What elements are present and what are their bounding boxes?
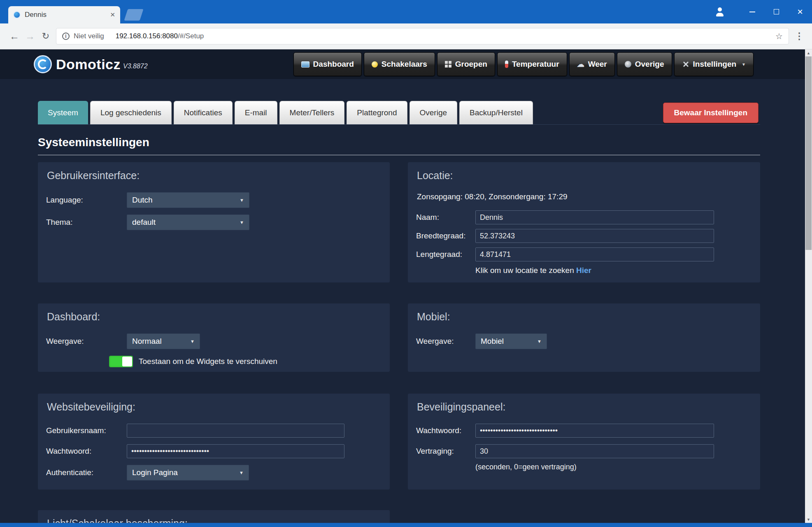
domoticz-logo-icon [34,55,52,73]
nav-groepen[interactable]: Groepen [437,52,495,76]
profile-button[interactable] [707,0,733,23]
tab-email[interactable]: E-mail [235,101,277,124]
back-button[interactable]: ← [7,30,22,42]
nav-weer[interactable]: ☁ Weer [569,52,615,76]
language-label: Language: [46,196,127,205]
toggle-knob [122,357,132,366]
chevron-down-icon: ▼ [239,470,244,475]
chevron-down-icon: ▼ [190,339,195,344]
nav-label: Instellingen [693,60,737,69]
auth-value: Login Pagina [132,468,178,477]
form-row: Gebruikersnaam: [46,424,382,438]
auth-select[interactable]: Login Pagina ▼ [127,465,249,480]
panel-title: Mobiel: [417,311,752,323]
page-title: Systeeminstellingen [38,136,760,149]
panel-title: Licht/Schakelaar bescherming: [47,518,382,523]
chevron-down-icon: ▼ [742,62,746,67]
grid-icon [445,61,451,68]
maximize-button[interactable] [764,0,788,23]
bookmark-star-icon[interactable]: ☆ [775,31,783,41]
locate-text: Klik om uw locatie te zoeken Hier [475,266,591,275]
url-host: 192.168.0.156:8080 [116,32,178,40]
form-row: Breedtegraad: [416,229,752,243]
delay-label: Vertraging: [416,447,475,456]
locate-link[interactable]: Hier [576,266,591,275]
display-value: Normaal [132,337,162,346]
window-controls: ✕ [707,0,812,23]
nav-label: Dashboard [313,60,354,69]
cloud-icon: ☁ [577,61,584,68]
minimize-button[interactable] [740,0,764,23]
version-text: V3.8872 [123,63,148,70]
tab-close-icon[interactable]: ✕ [110,11,115,19]
theme-select[interactable]: default ▼ [127,215,249,230]
address-bar[interactable]: i Niet veilig 192.168.0.156:8080/#/Setup… [56,28,789,44]
dashboard-display-select[interactable]: Normaal ▼ [127,333,200,349]
panel-title: Dashboard: [47,311,382,323]
form-row: Naam: [416,210,752,224]
tab-backup-herstel[interactable]: Backup/Herstel [459,101,533,124]
reload-button[interactable]: ↻ [38,31,54,42]
scroll-up-icon[interactable]: ▲ [805,49,812,56]
delay-input[interactable] [475,444,714,458]
panel-websitebeveiliging: Websitebeveiliging: Gebruikersnaam: Wach… [38,394,390,490]
form-row: Weergave: Normaal ▼ [46,333,382,349]
close-button[interactable]: ✕ [788,0,812,23]
language-select[interactable]: Dutch ▼ [127,192,249,208]
browser-tab[interactable]: Dennis ✕ [8,6,120,23]
display-label: Weergave: [416,337,475,346]
tab-overige[interactable]: Overige [409,101,458,124]
panel-password-input[interactable] [475,424,714,438]
menu-dots-icon[interactable]: ⋮ [793,31,805,42]
nav-overige[interactable]: Overige [617,52,672,76]
dashboard-icon [301,61,309,68]
mobile-display-select[interactable]: Mobiel ▼ [475,333,547,349]
scrollbar[interactable]: ▲ ▼ [805,49,812,523]
security-label: Niet veilig [74,32,104,40]
form-row: Wachtwoord: [46,444,382,458]
panel-beveiligingspaneel: Beveiligingspaneel: Wachtwoord: Vertragi… [408,394,760,490]
form-row: Klik om uw locatie te zoeken Hier [416,266,752,275]
new-tab-button[interactable] [124,9,143,21]
form-row: Lengtegraad: [416,247,752,261]
nav-label: Temperatuur [512,60,559,69]
form-row: (seconden, 0=geen vertraging) [416,463,752,471]
disc-icon [625,61,631,68]
username-input[interactable] [127,424,344,438]
url-path: /#/Setup [178,32,204,40]
password-label: Wachtwoord: [46,447,127,456]
nav-dashboard[interactable]: Dashboard [293,52,362,76]
sun-times-text: Zonsopgang: 08:20, Zonsondergang: 17:29 [417,192,752,201]
latitude-input[interactable] [475,229,714,243]
delay-note: (seconden, 0=geen vertraging) [475,463,577,471]
form-row: Authenticatie: Login Pagina ▼ [46,465,382,480]
scroll-down-icon[interactable]: ▼ [805,516,812,523]
display-value: Mobiel [481,337,504,346]
tab-meter-tellers[interactable]: Meter/Tellers [279,101,345,124]
tab-log-geschiedenis[interactable]: Log geschiedenis [90,101,172,124]
chevron-down-icon: ▼ [240,220,244,225]
nav-label: Groepen [455,60,487,69]
form-row: Wachtwoord: [416,424,752,438]
thermometer-icon [505,61,508,68]
nav-temperatuur[interactable]: Temperatuur [497,52,567,76]
scroll-thumb[interactable] [805,56,812,250]
app-logo[interactable]: Domoticz V3.8872 [34,55,148,73]
person-icon [715,7,724,16]
tab-notificaties[interactable]: Notificaties [174,101,233,124]
domoticz-favicon-icon [13,11,21,19]
nav-instellingen[interactable]: Instellingen ▼ [674,52,754,76]
brand-text: Domoticz [56,56,121,72]
tab-systeem[interactable]: Systeem [38,101,88,124]
language-value: Dutch [132,196,153,205]
save-settings-button[interactable]: Bewaar Instellingen [663,103,758,123]
password-input[interactable] [127,444,344,458]
longitude-input[interactable] [475,247,714,261]
nav-schakelaars[interactable]: Schakelaars [364,52,435,76]
tab-plattegrond[interactable]: Plattegrond [347,101,407,124]
password-label: Wachtwoord: [416,426,475,435]
forward-button[interactable]: → [22,30,38,42]
widgets-toggle[interactable] [109,356,133,367]
info-icon[interactable]: i [62,33,70,40]
name-input[interactable] [475,210,714,224]
